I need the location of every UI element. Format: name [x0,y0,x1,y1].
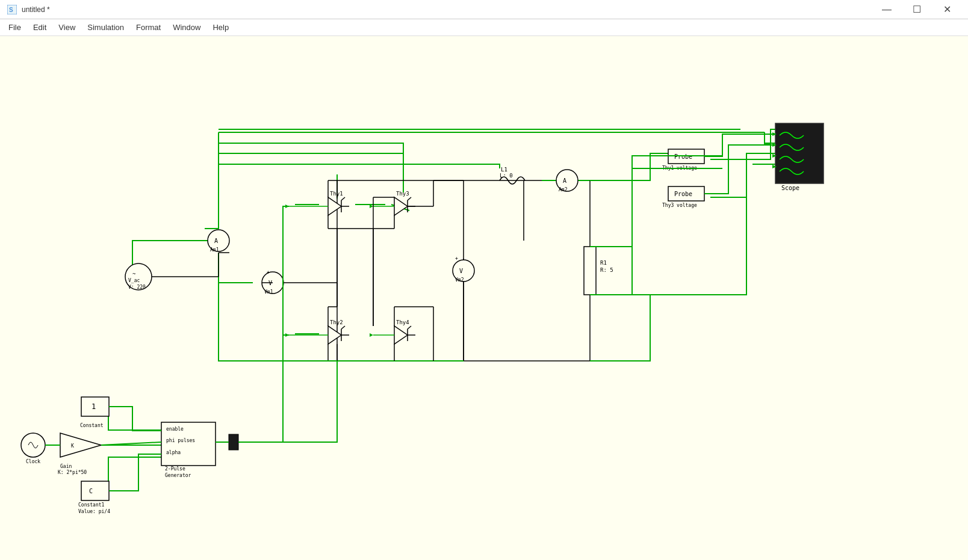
svg-text:Constant1: Constant1 [78,502,105,508]
svg-text:2-Pulse: 2-Pulse [165,466,185,472]
svg-text:R1: R1 [600,260,607,266]
svg-line-59 [408,326,411,329]
svg-marker-42 [394,197,408,215]
svg-text:Thy4: Thy4 [396,319,409,325]
close-button[interactable]: ✕ [933,0,961,19]
svg-text:Probe: Probe [674,191,692,197]
svg-text:V_ac: V_ac [128,278,140,283]
svg-text:Thy3 voltage: Thy3 voltage [662,203,697,208]
svg-text:Probe: Probe [674,153,692,160]
app-icon: S [7,5,17,14]
svg-text:L: 0: L: 0 [500,173,513,179]
window-title: untitled * [22,5,50,14]
menu-file[interactable]: File [2,20,27,34]
menu-window[interactable]: Window [167,20,206,34]
svg-text:Thy2: Thy2 [330,319,343,325]
svg-marker-56 [394,326,408,344]
svg-marker-20 [328,197,341,215]
window-controls: — ☐ ✕ [873,0,961,19]
svg-text:A: A [214,238,218,244]
svg-marker-31 [328,326,341,344]
svg-text:Vm1: Vm1 [264,289,273,295]
svg-marker-66 [370,333,373,337]
menu-help[interactable]: Help [206,20,235,34]
svg-text:phi  pulses: phi pulses [166,438,195,443]
svg-marker-98 [60,433,101,457]
svg-text:alpha: alpha [166,450,181,455]
svg-text:Vm2: Vm2 [455,277,464,283]
svg-text:Clock: Clock [26,459,40,464]
svg-text:Thy1: Thy1 [330,191,343,197]
maximize-button[interactable]: ☐ [903,0,931,19]
svg-text:S: S [9,7,13,13]
svg-text:V: V [459,268,463,274]
minimize-button[interactable]: — [873,0,901,19]
menu-bar: File Edit View Simulation Format Window … [0,19,968,36]
simulink-canvas[interactable]: ~ V_ac V: 220 A Am1 A Am2 V Vm1 + V Vm2 … [0,36,968,560]
svg-text:1: 1 [92,402,96,411]
svg-text:V: 220: V: 220 [128,285,146,290]
svg-text:K: 2*pi*50: K: 2*pi*50 [58,470,87,475]
svg-text:Constant: Constant [80,423,104,428]
svg-text:L1: L1 [501,167,507,173]
svg-line-34 [341,326,345,329]
svg-line-23 [341,197,345,200]
svg-rect-108 [229,434,238,450]
svg-text:+: + [267,269,270,275]
svg-text:Am1: Am1 [210,247,219,253]
svg-text:K: K [71,443,74,449]
svg-text:Value: pi/4: Value: pi/4 [78,509,110,514]
svg-text:Generator: Generator [165,473,191,478]
svg-text:Thy3: Thy3 [396,191,409,197]
menu-view[interactable]: View [52,20,81,34]
menu-edit[interactable]: Edit [27,20,52,34]
svg-text:R: 5: R: 5 [600,267,613,273]
svg-text:C: C [89,488,93,494]
svg-rect-92 [81,481,109,500]
svg-text:A: A [563,177,566,184]
menu-format[interactable]: Format [130,20,167,34]
svg-text:enable: enable [166,426,184,432]
svg-rect-74 [584,247,596,295]
svg-text:Am2: Am2 [559,187,568,192]
svg-text:Gain: Gain [60,464,72,469]
svg-text:+: + [455,256,458,261]
menu-simulation[interactable]: Simulation [81,20,130,34]
title-bar: S untitled * — ☐ ✕ [0,0,968,19]
svg-text:~: ~ [132,271,136,277]
svg-line-45 [408,197,411,200]
svg-text:Scope: Scope [781,185,799,191]
